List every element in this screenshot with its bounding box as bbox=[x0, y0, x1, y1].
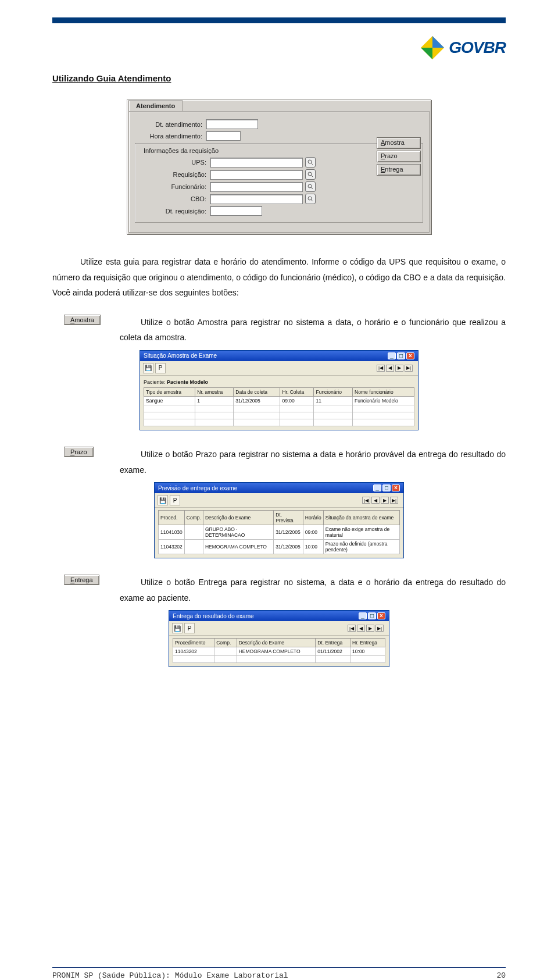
entrega-button[interactable]: Entrega bbox=[377, 164, 421, 176]
amostra-button[interactable]: Amostra bbox=[377, 137, 421, 149]
amostra-window: Situação Amostra de Exame _ □ × 💾 P |◀ ◀… bbox=[140, 350, 419, 430]
section-title: Utilizando Guia Atendimento bbox=[52, 73, 506, 83]
nav-next-icon[interactable]: ▶ bbox=[366, 625, 374, 632]
lookup-requisicao-icon[interactable] bbox=[305, 169, 316, 180]
table-row: 11043202 HEMOGRAMA COMPLETO 31/12/2005 1… bbox=[159, 540, 400, 554]
input-hora-atendimento[interactable] bbox=[206, 131, 241, 141]
prazo-paragraph: Utilize o botão Prazo para registrar no … bbox=[120, 447, 506, 477]
amostra-button-ref: Amostra bbox=[64, 315, 101, 325]
entrega-table: Procedimento Comp. Descrição do Exame Dt… bbox=[173, 638, 385, 663]
input-dt-atendimento[interactable] bbox=[206, 119, 258, 129]
svg-marker-2 bbox=[421, 48, 432, 59]
nav-next-icon[interactable]: ▶ bbox=[381, 497, 389, 504]
prazo-window-title: Previsão de entrega de exame bbox=[158, 485, 237, 491]
nav-last-icon[interactable]: ▶| bbox=[390, 497, 398, 504]
save-toolbar-icon[interactable]: 💾 bbox=[172, 623, 183, 633]
entrega-button-ref: Entrega bbox=[64, 575, 99, 585]
save-toolbar-icon[interactable]: 💾 bbox=[158, 495, 168, 505]
nav-prev-icon[interactable]: ◀ bbox=[386, 365, 394, 372]
lookup-cbo-icon[interactable] bbox=[305, 194, 316, 204]
logo-icon bbox=[420, 35, 445, 60]
tab-atendimento[interactable]: Atendimento bbox=[128, 100, 183, 111]
nav-first-icon[interactable]: |◀ bbox=[348, 625, 356, 632]
amostra-paragraph: Utilize o botão Amostra para registrar n… bbox=[120, 315, 506, 345]
close-icon[interactable]: × bbox=[406, 352, 414, 359]
label-dt-atendimento: Dt. atendimento: bbox=[135, 121, 206, 128]
print-toolbar-icon[interactable]: P bbox=[170, 495, 180, 505]
maximize-icon[interactable]: □ bbox=[397, 352, 405, 359]
logo-text: GOVBR bbox=[449, 38, 506, 57]
nav-last-icon[interactable]: ▶| bbox=[405, 365, 413, 372]
nav-prev-icon[interactable]: ◀ bbox=[371, 497, 380, 504]
input-cbo[interactable] bbox=[210, 194, 303, 204]
prazo-button-ref: Prazo bbox=[64, 447, 94, 457]
input-funcionario[interactable] bbox=[210, 182, 303, 192]
entrega-window-title: Entrega do resultado do exame bbox=[173, 613, 254, 619]
intro-paragraph: Utilize esta guia para registrar data e … bbox=[52, 254, 506, 301]
print-toolbar-icon[interactable]: P bbox=[184, 623, 195, 633]
close-icon[interactable]: × bbox=[392, 484, 400, 491]
svg-line-10 bbox=[311, 199, 313, 201]
nav-next-icon[interactable]: ▶ bbox=[395, 365, 403, 372]
nav-first-icon[interactable]: |◀ bbox=[362, 497, 370, 504]
minimize-icon[interactable]: _ bbox=[373, 484, 381, 491]
amostra-table: Tipo de amostra Nr. amostra Data de cole… bbox=[144, 387, 414, 426]
save-toolbar-icon[interactable]: 💾 bbox=[143, 363, 153, 373]
minimize-icon[interactable]: _ bbox=[359, 612, 367, 619]
label-ups: UPS: bbox=[139, 159, 210, 166]
footer-left: PRONIM SP (Saúde Pública): Módulo Exame … bbox=[52, 971, 288, 980]
atendimento-form: Atendimento Dt. atendimento: Hora atendi… bbox=[127, 99, 431, 234]
label-requisicao: Requisição: bbox=[139, 171, 210, 178]
svg-line-6 bbox=[311, 175, 313, 177]
prazo-table: Proced. Comp. Descrição do Exame Dt. Pre… bbox=[158, 510, 400, 554]
input-ups[interactable] bbox=[210, 158, 303, 168]
label-cbo: CBO: bbox=[139, 195, 210, 202]
maximize-icon[interactable]: □ bbox=[368, 612, 376, 619]
minimize-icon[interactable]: _ bbox=[388, 352, 396, 359]
label-hora-atendimento: Hora atendimento: bbox=[135, 133, 206, 140]
brand-logo: GOVBR bbox=[420, 35, 506, 60]
close-icon[interactable]: × bbox=[377, 612, 385, 619]
input-requisicao[interactable] bbox=[210, 170, 303, 180]
input-dt-requisicao[interactable] bbox=[210, 206, 262, 216]
lookup-ups-icon[interactable] bbox=[305, 157, 316, 168]
svg-line-4 bbox=[311, 163, 313, 165]
svg-marker-1 bbox=[432, 36, 444, 48]
label-funcionario: Funcionário: bbox=[139, 183, 210, 190]
header-bar bbox=[52, 17, 506, 23]
maximize-icon[interactable]: □ bbox=[382, 484, 391, 491]
nav-first-icon[interactable]: |◀ bbox=[377, 365, 385, 372]
label-dt-requisicao: Dt. requisição: bbox=[139, 208, 210, 215]
table-row: Sangue 1 31/12/2005 09:00 11 Funcionário… bbox=[144, 396, 414, 405]
prazo-button[interactable]: Prazo bbox=[377, 151, 421, 162]
fieldset-legend: Informações da requisição bbox=[141, 147, 221, 154]
nav-prev-icon[interactable]: ◀ bbox=[357, 625, 365, 632]
entrega-window: Entrega do resultado do exame _ □ × 💾 P … bbox=[169, 610, 389, 667]
entrega-paragraph: Utilize o botão Entrega para registrar n… bbox=[120, 575, 506, 605]
prazo-window: Previsão de entrega de exame _ □ × 💾 P |… bbox=[154, 482, 404, 558]
page-number: 20 bbox=[496, 971, 506, 980]
amostra-window-title: Situação Amostra de Exame bbox=[144, 352, 217, 359]
nav-last-icon[interactable]: ▶| bbox=[375, 625, 384, 632]
lookup-funcionario-icon[interactable] bbox=[305, 181, 316, 192]
print-toolbar-icon[interactable]: P bbox=[155, 363, 166, 373]
svg-line-8 bbox=[311, 187, 313, 189]
table-row: 11041030 GRUPO ABO · DETERMINACAO 31/12/… bbox=[159, 525, 400, 540]
table-row: 11043202 HEMOGRAMA COMPLETO 01/11/2002 1… bbox=[173, 647, 385, 656]
